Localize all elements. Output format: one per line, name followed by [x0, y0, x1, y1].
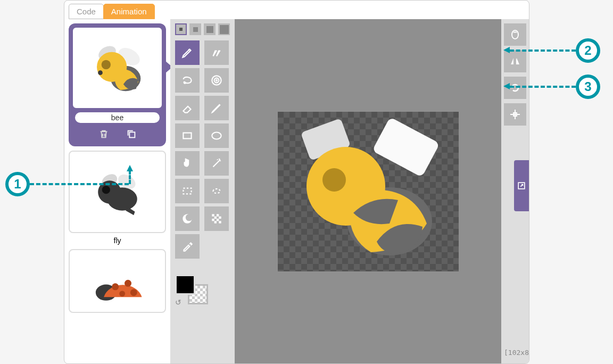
svg-point-5	[98, 70, 103, 75]
sprite-thumb-ladybug	[69, 249, 166, 313]
svg-rect-28	[219, 217, 221, 219]
callout-1: 1	[5, 172, 30, 196]
sprite-name-fly: fly	[69, 236, 166, 245]
tab-animation[interactable]: Animation	[103, 4, 155, 19]
sprite-card-ladybug[interactable]	[69, 249, 166, 313]
callout-3: 3	[576, 75, 600, 99]
tool-eyedropper[interactable]	[175, 234, 200, 259]
svg-point-19	[216, 80, 217, 81]
sprite-list: bee	[64, 19, 171, 364]
delete-sprite-button[interactable]	[97, 127, 111, 141]
tool-lighten[interactable]	[175, 206, 200, 231]
brush-size-md[interactable]	[189, 23, 201, 35]
center-crosshair-button[interactable]	[504, 103, 526, 126]
content-area: bee	[64, 19, 529, 364]
foreground-color-swatch[interactable]	[175, 275, 195, 295]
svg-rect-34	[372, 117, 440, 177]
tool-pencil[interactable]	[175, 40, 200, 65]
svg-point-21	[212, 133, 221, 139]
callout-2: 2	[576, 38, 600, 63]
tool-dither[interactable]	[204, 206, 229, 231]
svg-point-16	[119, 291, 125, 296]
tool-grid	[175, 40, 230, 259]
svg-point-13	[112, 283, 119, 290]
svg-rect-20	[183, 133, 191, 139]
svg-rect-31	[214, 221, 217, 223]
svg-rect-29	[212, 219, 214, 221]
tool-freeselect[interactable]	[204, 179, 229, 203]
canvas-area	[235, 19, 501, 364]
callout-3-line	[510, 86, 576, 88]
tab-bar: Code Animation	[64, 1, 529, 19]
svg-rect-6	[129, 132, 135, 137]
sprite-thumb-bee	[72, 27, 163, 109]
tool-lines[interactable]	[204, 40, 229, 65]
brush-size-sm[interactable]	[175, 23, 187, 35]
canvas-dimensions-label: [102x86]	[504, 345, 526, 360]
svg-point-14	[125, 280, 131, 287]
tool-hand[interactable]	[175, 151, 200, 176]
tool-pen[interactable]	[204, 96, 229, 120]
brush-size-xl[interactable]	[218, 23, 230, 35]
color-swatches[interactable]: ↺	[175, 275, 213, 307]
sprite-thumb-fly	[69, 151, 166, 233]
callout-3-arrowhead	[503, 82, 511, 90]
svg-point-37	[322, 168, 346, 192]
svg-rect-30	[217, 219, 219, 221]
svg-point-11	[102, 186, 110, 194]
sprite-card-fly[interactable]: fly	[69, 151, 166, 245]
tool-ellipse[interactable]	[204, 123, 229, 148]
svg-rect-22	[183, 188, 191, 194]
svg-rect-27	[214, 217, 217, 219]
animation-editor-window: Code Animation	[64, 0, 529, 364]
swap-colors-icon[interactable]: ↺	[175, 298, 181, 307]
svg-point-24	[186, 214, 193, 221]
svg-rect-26	[217, 214, 219, 216]
brush-size-lg[interactable]	[204, 23, 216, 35]
sprite-card-bee[interactable]: bee	[69, 23, 166, 146]
svg-point-3	[97, 52, 127, 81]
callout-2-arrowhead	[503, 46, 511, 54]
tool-panel: ↺	[171, 19, 235, 364]
tool-lasso[interactable]	[175, 68, 200, 93]
svg-rect-32	[219, 221, 221, 223]
tool-eraser[interactable]	[175, 96, 200, 120]
tool-target[interactable]	[204, 68, 229, 93]
tab-code[interactable]: Code	[69, 4, 104, 19]
tool-rectangle[interactable]	[175, 123, 200, 148]
tool-wand[interactable]	[204, 151, 229, 176]
duplicate-sprite-button[interactable]	[125, 127, 138, 141]
callout-1-line	[30, 183, 129, 185]
brush-size-row	[175, 23, 230, 35]
expand-side-panel-button[interactable]	[514, 160, 529, 211]
pixel-canvas[interactable]	[278, 112, 459, 271]
svg-rect-25	[212, 214, 214, 216]
onion-skin-button[interactable]	[504, 23, 526, 46]
callout-2-line	[510, 49, 576, 52]
sprite-name-bee: bee	[75, 112, 160, 123]
tool-marquee[interactable]	[175, 179, 200, 203]
svg-point-4	[101, 60, 110, 69]
callout-1-arrowhead	[126, 165, 134, 172]
sprite-actions-bee	[72, 123, 163, 143]
svg-point-15	[130, 289, 137, 296]
